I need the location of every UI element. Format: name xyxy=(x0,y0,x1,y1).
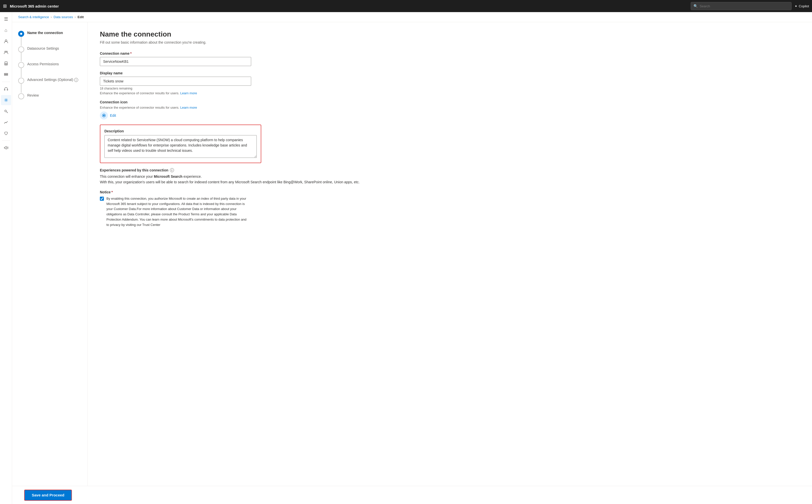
notice-checkbox-row: By enabling this connection, you authori… xyxy=(100,196,800,228)
step-item-advanced: Advanced Settings (Optional) i xyxy=(18,77,81,84)
display-name-hint: Enhance the experience of connector resu… xyxy=(100,91,800,95)
form-title: Name the connection xyxy=(100,30,800,38)
app-title: Microsoft 365 admin center xyxy=(10,4,688,8)
step-item-review: Review xyxy=(18,93,81,99)
edit-icon-link[interactable]: Edit xyxy=(110,113,116,117)
step-label-datasource[interactable]: Datasource Settings xyxy=(27,46,59,50)
connection-icon-preview xyxy=(100,111,108,120)
connection-icon-hint: Enhance the experience of connector resu… xyxy=(100,106,800,109)
nav-groups-icon[interactable] xyxy=(1,47,11,57)
experiences-section: Experiences powered by this connection i… xyxy=(100,168,800,185)
display-name-label: Display name xyxy=(100,71,800,75)
svg-point-1 xyxy=(5,51,6,52)
breadcrumb-link-search[interactable]: Search & intelligence xyxy=(18,15,49,19)
step-label-access[interactable]: Access Permissions xyxy=(27,62,59,66)
nav-settings-icon[interactable] xyxy=(1,95,11,105)
nav-headset-icon[interactable] xyxy=(1,84,11,94)
search-bar[interactable]: 🔍 xyxy=(691,2,792,10)
nav-speaker-icon[interactable] xyxy=(1,143,11,153)
step-connector-2 xyxy=(21,52,21,62)
connection-icon-row: Edit xyxy=(100,111,800,120)
description-textarea[interactable]: Content related to ServiceNow (SNOW) a c… xyxy=(104,135,257,158)
notice-label: Notice * xyxy=(100,190,800,194)
search-input[interactable] xyxy=(700,4,789,8)
nav-key-icon[interactable] xyxy=(1,106,11,116)
step-label-advanced[interactable]: Advanced Settings (Optional) i xyxy=(27,77,78,82)
svg-rect-7 xyxy=(4,75,8,75)
display-name-group: Display name 18 characters remaining Enh… xyxy=(100,71,800,95)
experiences-info-icon[interactable]: i xyxy=(170,168,174,172)
breadcrumb-sep-2: > xyxy=(74,16,76,19)
connection-name-input[interactable] xyxy=(100,57,251,66)
breadcrumb: Search & intelligence > Data sources > E… xyxy=(12,12,812,22)
nav-chart-icon[interactable] xyxy=(1,117,11,127)
nav-menu-icon[interactable]: ☰ xyxy=(1,14,11,24)
nav-divider-2 xyxy=(2,140,10,141)
content-area: Name the connection Datasource Settings … xyxy=(12,22,812,504)
step-connector-3 xyxy=(21,68,21,77)
notice-checkbox[interactable] xyxy=(100,197,104,201)
nav-users-icon[interactable] xyxy=(1,36,11,46)
copilot-button[interactable]: ✦ Copilot xyxy=(795,4,809,8)
svg-rect-8 xyxy=(4,89,5,90)
step-circle-access xyxy=(18,62,24,68)
step-label-name[interactable]: Name the connection xyxy=(27,30,63,35)
nav-print-icon[interactable] xyxy=(1,58,11,69)
form-area: Name the connection Fill out some basic … xyxy=(88,22,812,504)
breadcrumb-current: Edit xyxy=(78,15,84,19)
form-subtitle: Fill out some basic information about th… xyxy=(100,40,800,44)
svg-rect-5 xyxy=(5,64,7,65)
nav-home-icon[interactable]: ⌂ xyxy=(1,25,11,35)
display-name-learn-more-link[interactable]: Learn more xyxy=(180,91,197,95)
step-item-access: Access Permissions xyxy=(18,62,81,68)
svg-rect-9 xyxy=(7,89,8,90)
connection-name-required: * xyxy=(130,51,131,55)
connection-icon-learn-more-link[interactable]: Learn more xyxy=(180,106,197,109)
step-label-review[interactable]: Review xyxy=(27,93,39,97)
step-connector-1 xyxy=(21,37,21,46)
steps-sidebar: Name the connection Datasource Settings … xyxy=(12,22,88,504)
main-container: Search & intelligence > Data sources > E… xyxy=(12,12,812,504)
experiences-title: Experiences powered by this connection i xyxy=(100,168,800,172)
svg-point-13 xyxy=(103,115,105,116)
experiences-text: This connection will enhance your Micros… xyxy=(100,174,800,185)
svg-rect-6 xyxy=(4,73,8,74)
step-circle-advanced xyxy=(18,78,24,84)
description-label: Description xyxy=(104,129,257,133)
breadcrumb-link-datasources[interactable]: Data sources xyxy=(54,15,73,19)
nav-health-icon[interactable] xyxy=(1,128,11,138)
step-circle-datasource xyxy=(18,46,24,52)
step-item-datasource: Datasource Settings xyxy=(18,46,81,52)
step-item-name: Name the connection xyxy=(18,30,81,37)
step-circle-name xyxy=(18,31,24,37)
search-icon: 🔍 xyxy=(693,4,698,8)
copilot-icon: ✦ xyxy=(795,4,797,8)
description-box: Description Content related to ServiceNo… xyxy=(100,125,261,163)
svg-rect-3 xyxy=(5,62,7,64)
connection-icon-group: Connection icon Enhance the experience o… xyxy=(100,100,800,120)
display-name-input[interactable] xyxy=(100,77,251,86)
notice-text: By enabling this connection, you authori… xyxy=(106,196,248,228)
advanced-info-icon[interactable]: i xyxy=(74,78,78,82)
svg-point-10 xyxy=(5,100,7,101)
notice-section: Notice * By enabling this connection, yo… xyxy=(100,190,800,228)
connection-icon-label: Connection icon xyxy=(100,100,800,104)
connection-name-label: Connection name * xyxy=(100,51,800,55)
breadcrumb-sep-1: > xyxy=(50,16,52,19)
step-circle-review xyxy=(18,93,24,99)
topbar: ⊞ Microsoft 365 admin center 🔍 ✦ Copilot xyxy=(0,0,812,12)
save-proceed-button[interactable]: Save and Proceed xyxy=(24,490,72,501)
sidebar-nav: ☰ ⌂ xyxy=(0,12,12,504)
char-remaining: 18 characters remaining xyxy=(100,87,800,90)
action-bar: Save and Proceed xyxy=(12,486,812,504)
step-connector-4 xyxy=(21,84,21,93)
svg-point-11 xyxy=(5,110,6,112)
connection-name-group: Connection name * xyxy=(100,51,800,66)
nav-divider-1 xyxy=(2,82,10,82)
nav-storage-icon[interactable] xyxy=(1,70,11,80)
grid-icon[interactable]: ⊞ xyxy=(3,3,7,9)
svg-point-2 xyxy=(6,51,7,52)
notice-required-star: * xyxy=(111,190,113,194)
